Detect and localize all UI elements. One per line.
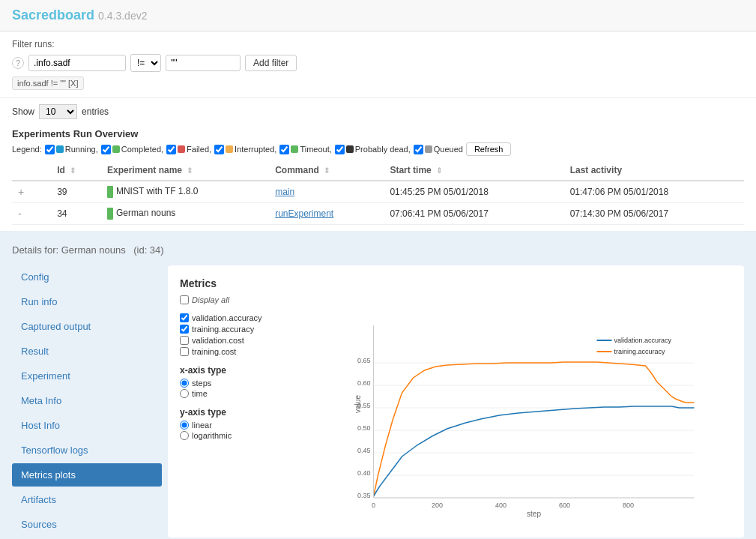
legend-row: Legend: Running, Completed, Failed, Inte… bbox=[12, 142, 744, 156]
x-axis-time-label: time bbox=[192, 389, 208, 398]
y-tick-065: 0.65 bbox=[357, 357, 371, 364]
refresh-button[interactable]: Refresh bbox=[466, 142, 512, 156]
runs-table: Id ⇕ Experiment name ⇕ Command ⇕ Start t… bbox=[12, 160, 744, 225]
legend-timeout-dot bbox=[291, 145, 298, 153]
y-tick-060: 0.60 bbox=[357, 379, 371, 387]
last-activity-cell: 07:14:30 PM 05/06/2017 bbox=[564, 203, 744, 225]
y-tick-040: 0.40 bbox=[357, 469, 371, 477]
col-command[interactable]: Command ⇕ bbox=[269, 160, 384, 181]
sidebar-nav-item-host-info[interactable]: Host Info bbox=[12, 414, 162, 437]
legend-timeout-checkbox[interactable] bbox=[279, 145, 289, 154]
start-time-cell: 01:45:25 PM 05/01/2018 bbox=[384, 181, 563, 203]
name-cell: German nouns bbox=[101, 203, 269, 225]
legend-running-checkbox[interactable] bbox=[45, 145, 55, 154]
metric-checkbox[interactable] bbox=[180, 313, 189, 322]
y-axis-log-label: logarithmic bbox=[192, 431, 232, 440]
col-expand bbox=[12, 160, 51, 181]
metric-label: training.cost bbox=[192, 347, 236, 356]
details-section: Details for: German nouns (id: 34) Confi… bbox=[0, 231, 756, 539]
sidebar-nav-item-run-info[interactable]: Run info bbox=[12, 290, 162, 313]
x-axis-steps-radio[interactable] bbox=[180, 379, 189, 388]
col-id[interactable]: Id ⇕ bbox=[51, 160, 101, 181]
filter-value-input[interactable] bbox=[166, 55, 241, 71]
sidebar-nav-item-config[interactable]: Config bbox=[12, 265, 162, 289]
table-row: + 39 MNIST with TF 1.8.0 main 01:45:25 P… bbox=[12, 181, 744, 203]
x-tick-400: 400 bbox=[495, 502, 506, 509]
metric-checkbox-row: training.cost bbox=[180, 347, 330, 356]
status-bar bbox=[107, 186, 113, 198]
sidebar-nav-item-result[interactable]: Result bbox=[12, 340, 162, 363]
sidebar-nav-item-artifacts[interactable]: Artifacts bbox=[12, 488, 162, 511]
sidebar-nav-item-tensorflow-logs[interactable]: Tensorflow logs bbox=[12, 439, 162, 462]
legend-timeout-label: Timeout, bbox=[300, 145, 331, 154]
legend-failed: Failed, bbox=[166, 145, 211, 154]
legend-queued-label: Queued bbox=[434, 145, 463, 154]
x-axis-time-row: time bbox=[180, 389, 330, 398]
chart-area: value 0.35 0.40 0.45 0.50 0.55 0.60 0.65 bbox=[342, 295, 732, 515]
legend-completed-checkbox[interactable] bbox=[101, 145, 111, 154]
status-bar bbox=[107, 208, 113, 220]
col-experiment-name[interactable]: Experiment name ⇕ bbox=[101, 160, 269, 181]
col-last-activity[interactable]: Last activity bbox=[564, 160, 744, 181]
sidebar-nav-item-sources[interactable]: Sources bbox=[12, 513, 162, 536]
sidebar-nav-item-experiment[interactable]: Experiment bbox=[12, 364, 162, 388]
y-tick-050: 0.50 bbox=[357, 424, 371, 432]
expand-cell[interactable]: - bbox=[12, 203, 51, 225]
y-axis-log-radio[interactable] bbox=[180, 431, 189, 440]
sidebar-nav-item-metrics-plots[interactable]: Metrics plots bbox=[12, 463, 162, 487]
expand-cell[interactable]: + bbox=[12, 181, 51, 203]
metric-checkbox[interactable] bbox=[180, 336, 189, 345]
legend-queued-checkbox[interactable] bbox=[414, 145, 423, 154]
legend-probably-dead-checkbox[interactable] bbox=[335, 145, 345, 154]
legend-validation-label: validation.accuracy bbox=[614, 337, 672, 344]
x-axis-type-group: x-axis type steps time bbox=[180, 365, 330, 398]
legend-probably-dead-label: Probably dead, bbox=[355, 145, 411, 154]
table-row: - 34 German nouns runExperiment 07:06:41… bbox=[12, 203, 744, 225]
training-accuracy-line bbox=[374, 362, 695, 496]
legend-queued-dot bbox=[425, 145, 432, 153]
metric-checkbox[interactable] bbox=[180, 347, 189, 356]
display-all-row: Display all bbox=[180, 295, 330, 304]
entries-select[interactable]: 10 25 50 100 bbox=[39, 104, 77, 119]
app-title-link[interactable]: Sacredboard 0.4.3.dev2 bbox=[12, 7, 147, 22]
filter-field-input[interactable] bbox=[28, 55, 126, 71]
x-axis-time-radio[interactable] bbox=[180, 389, 189, 398]
sidebar-nav-item-captured-output[interactable]: Captured output bbox=[12, 315, 162, 338]
show-entries-row: Show 10 25 50 100 entries bbox=[0, 98, 756, 125]
app-title: Sacredboard bbox=[12, 7, 94, 22]
add-filter-button[interactable]: Add filter bbox=[245, 55, 297, 71]
entries-label: entries bbox=[82, 106, 109, 117]
filter-help-icon[interactable]: ? bbox=[12, 57, 24, 69]
details-id-label: (id: 34) bbox=[133, 244, 163, 256]
col-start-time[interactable]: Start time ⇕ bbox=[384, 160, 563, 181]
metric-label: validation.accuracy bbox=[192, 313, 262, 322]
y-axis-linear-radio[interactable] bbox=[180, 421, 189, 430]
expand-button[interactable]: + bbox=[18, 186, 30, 198]
legend-interrupted-dot bbox=[226, 145, 233, 153]
y-axis-type-group: y-axis type linear logarithmic bbox=[180, 407, 330, 440]
display-all-label: Display all bbox=[192, 295, 229, 304]
filter-operator-select[interactable]: != = < > bbox=[130, 54, 161, 72]
legend-label: Legend: bbox=[12, 145, 42, 154]
sidebar-nav-item-meta-info[interactable]: Meta Info bbox=[12, 389, 162, 412]
command-link[interactable]: runExperiment bbox=[275, 208, 333, 219]
y-tick-045: 0.45 bbox=[357, 447, 371, 454]
metric-checkbox[interactable] bbox=[180, 325, 189, 334]
id-cell: 39 bbox=[51, 181, 101, 203]
x-axis-steps-label: steps bbox=[192, 379, 211, 388]
legend-interrupted-checkbox[interactable] bbox=[214, 145, 224, 154]
legend-failed-label: Failed, bbox=[187, 145, 211, 154]
legend-completed: Completed, bbox=[101, 145, 163, 154]
legend-training-label: training.accuracy bbox=[614, 348, 666, 355]
last-activity-cell: 01:47:06 PM 05/01/2018 bbox=[564, 181, 744, 203]
details-title-text: Details for: German nouns bbox=[12, 244, 126, 256]
legend-interrupted: Interrupted, bbox=[214, 145, 276, 154]
legend-failed-checkbox[interactable] bbox=[166, 145, 176, 154]
app-header: Sacredboard 0.4.3.dev2 bbox=[0, 0, 756, 31]
legend-completed-dot bbox=[112, 145, 120, 153]
metric-checkbox-row: validation.accuracy bbox=[180, 313, 330, 322]
command-link[interactable]: main bbox=[275, 187, 294, 197]
expand-button[interactable]: - bbox=[18, 208, 30, 220]
display-all-checkbox[interactable] bbox=[180, 295, 189, 304]
metrics-chart: value 0.35 0.40 0.45 0.50 0.55 0.60 0.65 bbox=[342, 295, 732, 513]
